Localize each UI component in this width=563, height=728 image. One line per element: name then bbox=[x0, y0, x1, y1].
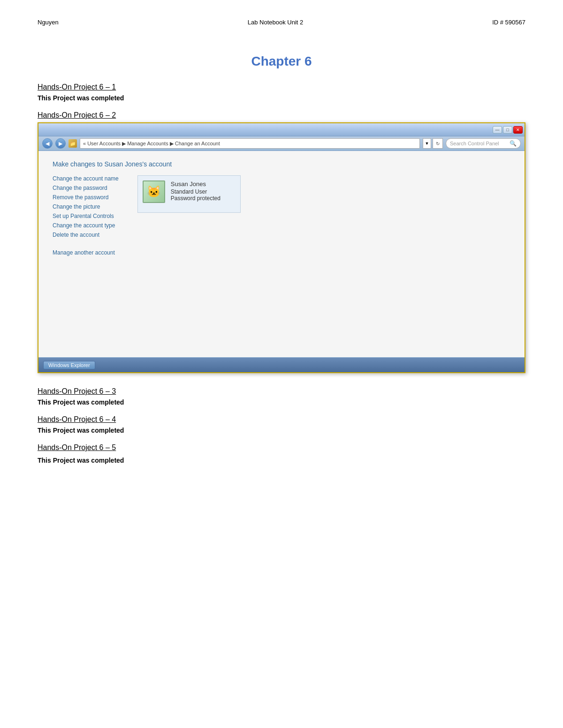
project-6-5-section: Hands-On Project 6 – 5 This Project was … bbox=[38, 443, 525, 464]
page-header: Nguyen Lab Notebook Unit 2 ID # 590567 bbox=[38, 19, 525, 26]
win7-minimize-button[interactable]: — bbox=[493, 126, 502, 134]
win7-user-name: Susan Jones bbox=[171, 180, 221, 188]
win7-user-avatar: 🐱 bbox=[143, 180, 165, 203]
win7-link-list: Change the account name Change the passw… bbox=[53, 175, 119, 256]
project-6-3-status: This Project was completed bbox=[38, 398, 525, 406]
project-6-4-heading: Hands-On Project 6 – 4 bbox=[38, 415, 525, 424]
win7-user-info: Susan Jones Standard User Password prote… bbox=[171, 180, 221, 202]
win7-search-icon: 🔍 bbox=[510, 140, 517, 147]
win7-link-change-password[interactable]: Change the password bbox=[53, 185, 119, 191]
win7-taskbar: Windows Explorer bbox=[38, 357, 525, 372]
project-6-5-heading: Hands-On Project 6 – 5 bbox=[38, 443, 525, 452]
win7-breadcrumb[interactable]: « User Accounts ▶ Manage Accounts ▶ Chan… bbox=[80, 138, 420, 149]
header-center: Lab Notebook Unit 2 bbox=[248, 19, 304, 26]
project-6-3-heading: Hands-On Project 6 – 3 bbox=[38, 387, 525, 396]
win7-maximize-button[interactable]: □ bbox=[503, 126, 512, 134]
win7-link-parental-controls[interactable]: Set up Parental Controls bbox=[53, 213, 119, 219]
win7-taskbar-windows-explorer[interactable]: Windows Explorer bbox=[43, 361, 95, 369]
header-right: ID # 590567 bbox=[492, 19, 525, 26]
project-6-1-status: This Project was completed bbox=[38, 94, 525, 102]
win7-user-card: 🐱 Susan Jones Standard User Password pro… bbox=[137, 175, 241, 213]
win7-link-manage-another[interactable]: Manage another account bbox=[53, 249, 119, 256]
header-left: Nguyen bbox=[38, 19, 59, 26]
project-6-3-section: Hands-On Project 6 – 3 This Project was … bbox=[38, 387, 525, 406]
win7-links-area: Change the account name Change the passw… bbox=[53, 175, 510, 256]
win7-folder-icon: 📁 bbox=[68, 139, 77, 148]
win7-titlebar: — □ ✕ bbox=[38, 123, 525, 136]
win7-main-title: Make changes to Susan Jones's account bbox=[53, 160, 510, 168]
win7-content-area: Make changes to Susan Jones's account Ch… bbox=[38, 151, 525, 357]
win7-user-protection: Password protected bbox=[171, 195, 221, 202]
win7-refresh-button[interactable]: ↻ bbox=[433, 138, 443, 149]
project-6-5-status: This Project was completed bbox=[38, 457, 525, 464]
win7-link-change-name[interactable]: Change the account name bbox=[53, 175, 119, 182]
win7-link-account-type[interactable]: Change the account type bbox=[53, 222, 119, 229]
win7-dropdown-area: ▼ ↻ bbox=[423, 138, 443, 149]
win7-user-type: Standard User bbox=[171, 188, 221, 195]
win7-link-delete-account[interactable]: Delete the account bbox=[53, 232, 119, 238]
win7-title-buttons: — □ ✕ bbox=[493, 126, 523, 134]
windows-screenshot: — □ ✕ ◀ ▶ 📁 « User Accounts ▶ Manage Acc… bbox=[38, 122, 525, 373]
win7-close-button[interactable]: ✕ bbox=[513, 126, 523, 134]
win7-search-box[interactable]: Search Control Panel 🔍 bbox=[446, 138, 521, 149]
win7-dropdown-button[interactable]: ▼ bbox=[423, 138, 431, 149]
win7-back-button[interactable]: ◀ bbox=[42, 138, 53, 149]
project-6-4-status: This Project was completed bbox=[38, 427, 525, 434]
win7-addressbar: ◀ ▶ 📁 « User Accounts ▶ Manage Accounts … bbox=[38, 136, 525, 151]
project-6-1-heading: Hands-On Project 6 – 1 bbox=[38, 83, 525, 91]
win7-forward-button[interactable]: ▶ bbox=[55, 138, 66, 149]
project-6-2-heading: Hands-On Project 6 – 2 bbox=[38, 111, 525, 120]
chapter-title: Chapter 6 bbox=[38, 54, 525, 69]
project-6-4-section: Hands-On Project 6 – 4 This Project was … bbox=[38, 415, 525, 434]
win7-link-spacer bbox=[53, 241, 119, 247]
win7-link-change-picture[interactable]: Change the picture bbox=[53, 203, 119, 210]
project-6-2-section: Hands-On Project 6 – 2 — □ ✕ ◀ ▶ 📁 bbox=[38, 111, 525, 373]
project-6-1-section: Hands-On Project 6 – 1 This Project was … bbox=[38, 83, 525, 102]
win7-link-remove-password[interactable]: Remove the password bbox=[53, 194, 119, 201]
